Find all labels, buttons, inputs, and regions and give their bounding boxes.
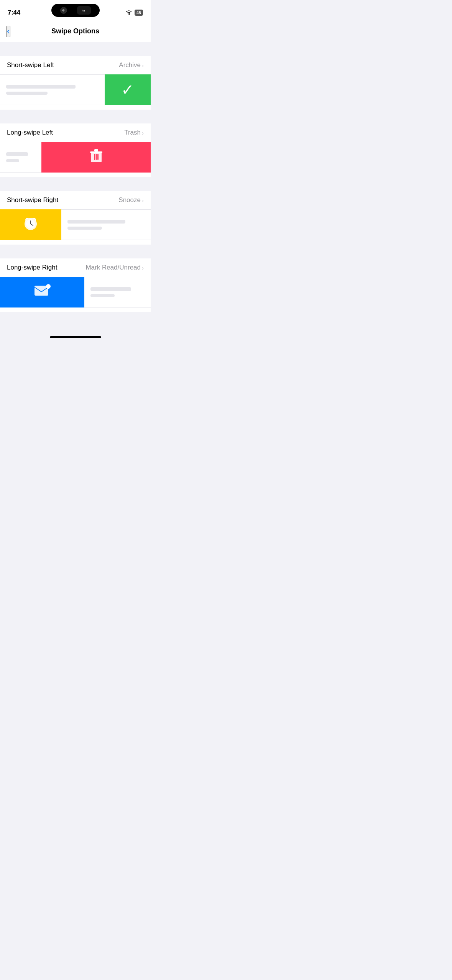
svg-rect-0 (62, 10, 63, 11)
wifi-icon (125, 10, 132, 16)
preview-line (90, 287, 131, 291)
trash-action-button[interactable] (41, 142, 151, 173)
home-indicator-bar (0, 312, 151, 343)
long-swipe-right-label: Long-swipe Right (7, 264, 57, 271)
preview-email-content-right (61, 209, 151, 240)
svg-rect-5 (95, 154, 97, 160)
short-swipe-right-header[interactable]: Short-swipe Right Snooze › (0, 191, 151, 208)
short-swipe-left-label: Short-swipe Left (7, 61, 54, 69)
short-swipe-left-preview-row: ✓ (0, 74, 151, 105)
long-swipe-left-label: Long-swipe Left (7, 129, 53, 136)
short-swipe-right-preview-row (0, 209, 151, 240)
appletv-label: tv (82, 9, 85, 12)
spacer-1 (0, 42, 151, 56)
preview-email-content (0, 74, 105, 105)
status-time: 7:44 (8, 9, 20, 16)
speaker-icon (60, 7, 67, 14)
alarm-clock-icon (22, 215, 39, 235)
svg-rect-2 (90, 151, 102, 153)
svg-rect-4 (94, 154, 95, 160)
long-swipe-left-header[interactable]: Long-swipe Left Trash › (0, 123, 151, 140)
mark-read-action-button[interactable] (0, 277, 84, 307)
short-swipe-right-label: Short-swipe Right (7, 196, 58, 204)
long-swipe-left-section: Long-swipe Left Trash › (0, 123, 151, 177)
mail-icon (34, 284, 51, 301)
short-swipe-right-preview (0, 208, 151, 245)
home-indicator (50, 336, 101, 338)
battery-indicator: 45 (135, 10, 143, 16)
preview-line (6, 159, 19, 162)
preview-line (6, 92, 48, 95)
chevron-right-icon: › (142, 130, 144, 136)
archive-action-button[interactable]: ✓ (105, 74, 151, 105)
spacer-4 (0, 245, 151, 258)
preview-line (6, 85, 76, 89)
long-swipe-left-preview-row (0, 142, 151, 173)
spacer-3 (0, 177, 151, 191)
preview-email-content-small (0, 142, 41, 173)
chevron-right-icon: › (142, 197, 144, 204)
long-swipe-left-preview (0, 140, 151, 177)
preview-email-content-right2 (84, 277, 151, 307)
preview-line (6, 152, 28, 156)
spacer-2 (0, 110, 151, 123)
short-swipe-left-value[interactable]: Archive › (119, 61, 144, 69)
short-swipe-right-section: Short-swipe Right Snooze › (0, 191, 151, 245)
nav-bar: ‹ Swipe Options (0, 21, 151, 42)
svg-rect-6 (97, 154, 99, 160)
snooze-action-button[interactable] (0, 209, 61, 240)
long-swipe-right-preview-row (0, 277, 151, 307)
page-title: Swipe Options (51, 27, 99, 35)
svg-rect-3 (94, 149, 98, 151)
preview-line (67, 220, 125, 224)
trash-icon (90, 149, 102, 166)
dynamic-island: tv (51, 4, 100, 17)
long-swipe-left-value[interactable]: Trash › (124, 129, 144, 136)
chevron-right-icon: › (142, 62, 144, 69)
checkmark-icon: ✓ (121, 82, 134, 97)
preview-line (67, 227, 102, 230)
back-button[interactable]: ‹ (6, 26, 10, 37)
status-icons: 45 (125, 10, 143, 16)
status-bar: 7:44 tv 45 (0, 0, 151, 21)
appletv-icon: tv (77, 6, 91, 15)
long-swipe-right-header[interactable]: Long-swipe Right Mark Read/Unread › (0, 258, 151, 275)
preview-line (90, 294, 115, 297)
long-swipe-right-section: Long-swipe Right Mark Read/Unread › (0, 258, 151, 312)
short-swipe-left-preview: ✓ (0, 73, 151, 110)
short-swipe-right-value[interactable]: Snooze › (118, 196, 144, 204)
long-swipe-right-value[interactable]: Mark Read/Unread › (85, 264, 144, 271)
short-swipe-left-section: Short-swipe Left Archive › ✓ (0, 56, 151, 110)
chevron-right-icon: › (142, 265, 144, 271)
short-swipe-left-header[interactable]: Short-swipe Left Archive › (0, 56, 151, 73)
long-swipe-right-preview (0, 275, 151, 312)
